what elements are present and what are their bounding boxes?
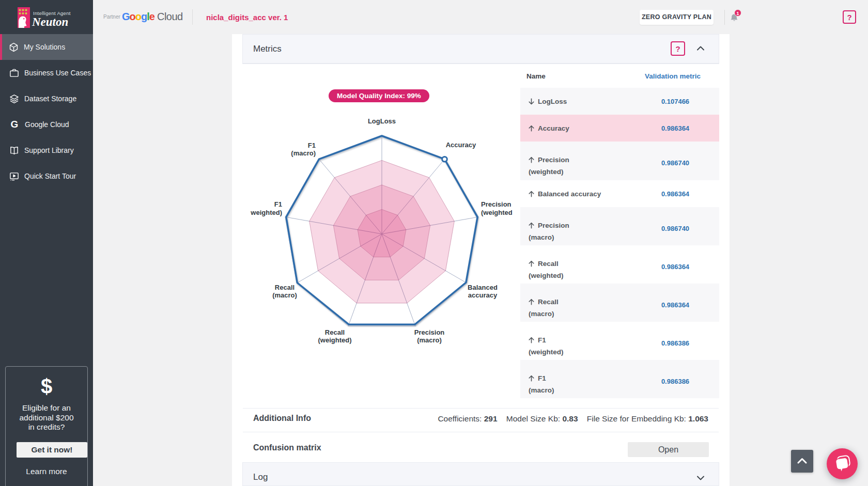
svg-text:G: G [11,119,19,130]
